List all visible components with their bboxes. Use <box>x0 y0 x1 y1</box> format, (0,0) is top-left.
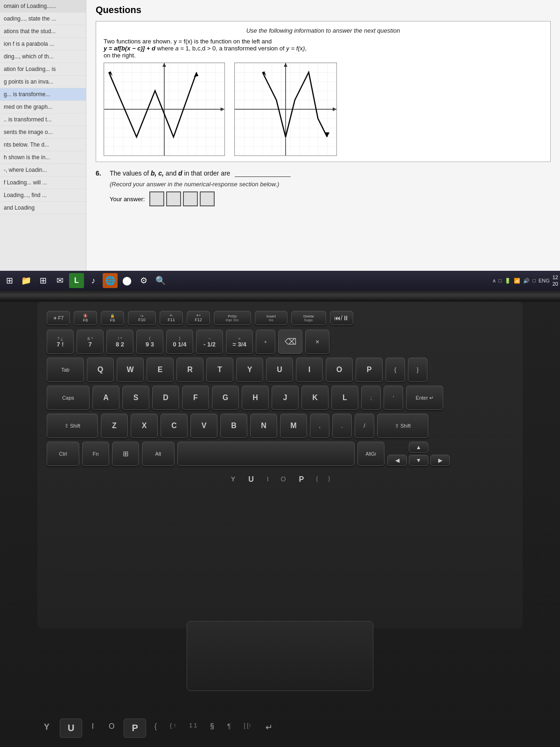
key-f8[interactable]: 🔇 F8 <box>74 311 97 325</box>
sidebar-item-7[interactable]: g... is transforme... <box>0 88 86 101</box>
answer-box-1[interactable] <box>149 191 164 206</box>
music-icon[interactable]: ♪ <box>86 273 101 288</box>
touchpad[interactable] <box>187 621 373 691</box>
key-f12[interactable]: ☀+ F12 <box>187 311 210 325</box>
key-numpad-x[interactable]: × <box>305 330 329 354</box>
key-tab[interactable]: Tab <box>47 358 84 382</box>
key-e[interactable]: E <box>147 358 174 382</box>
start-button[interactable]: ⊞ <box>2 273 17 288</box>
key-v[interactable]: V <box>190 414 217 438</box>
key-fn[interactable]: Fn <box>82 442 109 466</box>
key-arrow-up[interactable]: ▲ <box>409 442 428 453</box>
key-airplane[interactable]: ✈ F7 <box>47 311 70 325</box>
key-i[interactable]: I <box>296 358 323 382</box>
sidebar-item-5[interactable]: ation for Loading... is <box>0 63 86 76</box>
key-altgr[interactable]: AltGr <box>357 442 385 466</box>
sidebar-item-13[interactable]: -, where Loadin... <box>0 164 86 176</box>
key-b[interactable]: B <box>220 414 247 438</box>
browser-icon[interactable]: 🌐 <box>103 273 118 288</box>
key-caps[interactable]: Caps <box>47 386 90 410</box>
sidebar-item-12[interactable]: h shown is the in... <box>0 151 86 164</box>
key-ctrl-left[interactable]: Ctrl <box>47 442 79 466</box>
key-u[interactable]: U <box>266 358 293 382</box>
answer-box-2[interactable] <box>166 191 181 206</box>
key-f[interactable]: F <box>182 386 209 410</box>
answer-box-3[interactable] <box>183 191 198 206</box>
key-p[interactable]: P <box>356 358 383 382</box>
key-backspace[interactable]: ⌫ <box>278 330 302 354</box>
key-minus[interactable]: − - 1/2 <box>196 330 223 354</box>
key-ampersand[interactable]: & * 7 <box>77 330 104 354</box>
key-enter[interactable]: Enter ↵ <box>406 386 443 410</box>
sidebar-item-8[interactable]: med on the graph... <box>0 101 86 113</box>
key-brace-open[interactable]: { <box>385 358 405 382</box>
key-shift-right[interactable]: ⇧ Shift <box>377 414 428 438</box>
sidebar-item-11[interactable]: nts below. The d... <box>0 139 86 151</box>
notification-icon[interactable]: □ <box>499 278 502 283</box>
key-playpause[interactable]: ⏮/⏸ <box>330 311 353 325</box>
key-t[interactable]: T <box>206 358 233 382</box>
key-period[interactable]: . <box>332 414 352 438</box>
key-h[interactable]: H <box>242 386 269 410</box>
key-m[interactable]: M <box>280 414 307 438</box>
sidebar-item-15[interactable]: Loading..., find ... <box>0 189 86 202</box>
bottom-p-key[interactable]: P <box>124 719 146 738</box>
key-quote[interactable]: ' <box>384 386 403 410</box>
key-w[interactable]: W <box>117 358 144 382</box>
key-win[interactable]: ⊞ <box>112 442 139 466</box>
sidebar-item-9[interactable]: .. is transformed t... <box>0 113 86 126</box>
key-r[interactable]: R <box>176 358 203 382</box>
key-f11[interactable]: ☀- F11 <box>160 311 183 325</box>
key-prtsc[interactable]: PrtSc Impr. Écr. <box>214 311 251 325</box>
l-app-icon[interactable]: L <box>69 273 84 288</box>
key-alt-left[interactable]: Alt <box>142 442 175 466</box>
key-k[interactable]: K <box>301 386 329 410</box>
bottom-u-key[interactable]: U <box>60 719 82 738</box>
settings-icon[interactable]: ⚙ <box>136 273 151 288</box>
key-y[interactable]: Y <box>236 358 263 382</box>
key-comma[interactable]: , <box>310 414 329 438</box>
key-f9-lock[interactable]: 🔒 F9 <box>101 311 124 325</box>
key-space[interactable] <box>177 442 355 466</box>
chrome-icon[interactable]: ⬤ <box>119 273 134 288</box>
answer-box-4[interactable] <box>200 191 215 206</box>
sidebar-item-10[interactable]: sents the image o... <box>0 126 86 139</box>
sidebar-item-3[interactable]: ion f is a parabola ... <box>0 38 86 50</box>
search-icon[interactable]: 🔍 <box>153 273 168 288</box>
key-arrow-left[interactable]: ◀ <box>387 455 407 466</box>
sidebar-item-16[interactable]: and Loading <box>0 202 86 214</box>
key-arrow-right[interactable]: ▶ <box>430 455 450 466</box>
key-g[interactable]: G <box>212 386 239 410</box>
sidebar-item-0[interactable]: omain of Loading...... <box>0 0 86 13</box>
speaker-icon[interactable]: 🔊 <box>523 278 530 284</box>
key-paren-0[interactable]: ) 0 1/4 <box>166 330 193 354</box>
chevron-icon[interactable]: ∧ <box>492 278 496 284</box>
mail-icon[interactable]: ✉ <box>52 273 67 288</box>
key-f10[interactable]: □▪ F10 <box>128 311 156 325</box>
key-c[interactable]: C <box>161 414 188 438</box>
key-delete[interactable]: Delete Suppr. <box>291 311 326 325</box>
sidebar-item-14[interactable]: f Loading... will ... <box>0 176 86 189</box>
key-a[interactable]: A <box>92 386 119 410</box>
file-explorer-icon[interactable]: 📁 <box>19 273 34 288</box>
key-d[interactable]: D <box>152 386 179 410</box>
sidebar-item-2[interactable]: ations that the stud... <box>0 25 86 38</box>
key-slash[interactable]: / <box>355 414 374 438</box>
key-paren-9[interactable]: ( 9 3 <box>136 330 163 354</box>
key-exclaim-8[interactable]: ! * 8 2 <box>106 330 133 354</box>
key-arrow-down[interactable]: ▼ <box>409 455 428 466</box>
key-z[interactable]: Z <box>101 414 128 438</box>
key-l[interactable]: L <box>331 386 358 410</box>
sidebar-item-4[interactable]: ding..., which of th... <box>0 50 86 63</box>
key-semicolon[interactable]: ; <box>361 386 381 410</box>
key-shift-left[interactable]: ⇧ Shift <box>47 414 98 438</box>
key-j[interactable]: J <box>272 386 299 410</box>
key-plus[interactable]: + <box>256 330 275 354</box>
key-s[interactable]: S <box>122 386 149 410</box>
key-equals[interactable]: = = 3/4 <box>226 330 253 354</box>
sidebar-item-1[interactable]: oading..., state the ... <box>0 13 86 25</box>
key-o[interactable]: O <box>326 358 353 382</box>
key-q[interactable]: Q <box>87 358 114 382</box>
answer-boxes[interactable] <box>149 191 215 206</box>
key-n[interactable]: N <box>250 414 277 438</box>
